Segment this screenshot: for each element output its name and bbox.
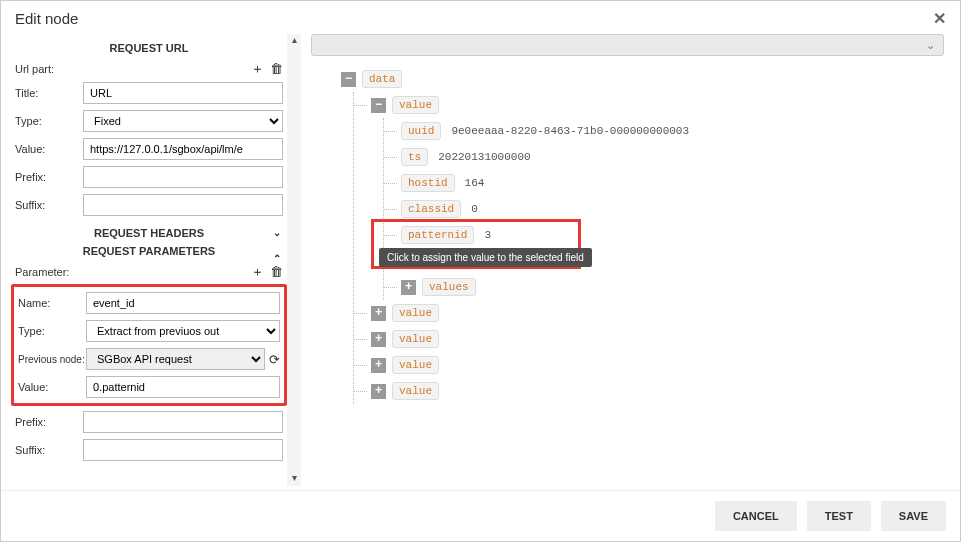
tooltip-assign-value: Click to assign the value to the selecte…: [379, 248, 592, 267]
tree-key-classid: classid: [401, 200, 461, 218]
row-param-prefix: Prefix:: [11, 408, 287, 436]
label-value: Value:: [15, 143, 83, 155]
delete-parameter-icon[interactable]: 🗑: [270, 265, 283, 278]
left-column: REQUEST URL Url part: ＋ 🗑 Title: Type: F…: [11, 34, 301, 486]
row-suffix: Suffix:: [11, 191, 287, 219]
chevron-up-icon: ⌃: [273, 253, 281, 264]
url-part-label: Url part:: [15, 63, 245, 75]
select-type[interactable]: Fixed: [83, 110, 283, 132]
tree-key-value-1[interactable]: value: [392, 304, 439, 322]
delete-url-part-icon[interactable]: 🗑: [270, 62, 283, 75]
modal-header: Edit node ✕: [1, 1, 960, 34]
toggle-value-1[interactable]: +: [371, 306, 386, 321]
url-part-toolbar: Url part: ＋ 🗑: [11, 60, 287, 79]
label-param-suffix: Suffix:: [15, 444, 83, 456]
row-prev-node: Previous node: SGBox API request ⟳: [14, 345, 284, 373]
label-prev-node: Previous node:: [18, 354, 86, 365]
tree-key-data[interactable]: data: [362, 70, 402, 88]
modal-title: Edit node: [15, 10, 78, 27]
left-scrollbar[interactable]: ▴ ▾: [287, 34, 301, 486]
highlighted-parameter-block: Name: Type: Extract from previuos out Pr…: [11, 284, 287, 406]
select-param-type[interactable]: Extract from previuos out: [86, 320, 280, 342]
label-prefix: Prefix:: [15, 171, 83, 183]
tree-row-patternid[interactable]: patternid 3: [401, 222, 944, 248]
tree-key-uuid: uuid: [401, 122, 441, 140]
input-param-value[interactable]: [86, 376, 280, 398]
row-param-type: Type: Extract from previuos out: [14, 317, 284, 345]
row-param-suffix: Suffix:: [11, 436, 287, 464]
close-icon[interactable]: ✕: [933, 9, 946, 28]
label-suffix: Suffix:: [15, 199, 83, 211]
label-type: Type:: [15, 115, 83, 127]
row-title: Title:: [11, 79, 287, 107]
section-request-headers[interactable]: REQUEST HEADERS ⌄: [11, 219, 287, 245]
tree-key-value-2[interactable]: value: [392, 330, 439, 348]
add-url-part-icon[interactable]: ＋: [251, 62, 264, 75]
tree-val-hostid: 164: [465, 177, 485, 189]
modal-footer: CANCEL TEST SAVE: [1, 490, 960, 541]
label-param-value: Value:: [18, 381, 86, 393]
row-value: Value:: [11, 135, 287, 163]
label-param-name: Name:: [18, 297, 86, 309]
section-request-parameters-label: REQUEST PARAMETERS: [83, 245, 215, 257]
row-type: Type: Fixed: [11, 107, 287, 135]
tree-row-ts[interactable]: ts 20220131000000: [401, 144, 944, 170]
tree-key-ts: ts: [401, 148, 428, 166]
cancel-button[interactable]: CANCEL: [715, 501, 797, 531]
tree-row-uuid[interactable]: uuid 9e0eeaaa-8220-8463-71b0-00000000000…: [401, 118, 944, 144]
tree-row-hostid[interactable]: hostid 164: [401, 170, 944, 196]
toggle-value-2[interactable]: +: [371, 332, 386, 347]
toggle-value-4[interactable]: +: [371, 384, 386, 399]
toggle-data[interactable]: −: [341, 72, 356, 87]
tree-row-classid[interactable]: classid 0: [401, 196, 944, 222]
refresh-icon[interactable]: ⟳: [269, 352, 280, 367]
scroll-up-icon[interactable]: ▴: [287, 34, 301, 48]
label-param-type: Type:: [18, 325, 86, 337]
input-suffix[interactable]: [83, 194, 283, 216]
select-prev-node[interactable]: SGBox API request: [86, 348, 265, 370]
row-prefix: Prefix:: [11, 163, 287, 191]
tree-key-value[interactable]: value: [392, 96, 439, 114]
toggle-value-0[interactable]: −: [371, 98, 386, 113]
section-request-headers-label: REQUEST HEADERS: [94, 227, 204, 239]
row-param-name: Name:: [14, 289, 284, 317]
toggle-value-3[interactable]: +: [371, 358, 386, 373]
section-request-url: REQUEST URL: [11, 34, 287, 60]
input-param-suffix[interactable]: [83, 439, 283, 461]
row-param-value: Value:: [14, 373, 284, 401]
save-button[interactable]: SAVE: [881, 501, 946, 531]
parameter-label: Parameter:: [15, 266, 245, 278]
tree-key-hostid: hostid: [401, 174, 455, 192]
input-title[interactable]: [83, 82, 283, 104]
scroll-down-icon[interactable]: ▾: [287, 472, 301, 486]
toggle-values[interactable]: +: [401, 280, 416, 295]
edit-node-modal: Edit node ✕ REQUEST URL Url part: ＋ 🗑 Ti…: [0, 0, 961, 542]
input-prefix[interactable]: [83, 166, 283, 188]
tree-key-value-4[interactable]: value: [392, 382, 439, 400]
label-param-prefix: Prefix:: [15, 416, 83, 428]
section-request-parameters[interactable]: REQUEST PARAMETERS ⌃: [11, 245, 287, 263]
parameter-toolbar: Parameter: ＋ 🗑: [11, 263, 287, 282]
label-title: Title:: [15, 87, 83, 99]
response-selector[interactable]: ⌄: [311, 34, 944, 56]
input-value[interactable]: [83, 138, 283, 160]
add-parameter-icon[interactable]: ＋: [251, 265, 264, 278]
input-param-prefix[interactable]: [83, 411, 283, 433]
input-param-name[interactable]: [86, 292, 280, 314]
tree-val-classid: 0: [471, 203, 478, 215]
chevron-down-icon: ⌄: [273, 227, 281, 238]
tree-val-patternid: 3: [484, 229, 491, 241]
test-button[interactable]: TEST: [807, 501, 871, 531]
tree-key-value-3[interactable]: value: [392, 356, 439, 374]
json-tree: − data − value uuid 9e0eeaaa-8220-8463-7…: [311, 56, 944, 404]
tree-key-values[interactable]: values: [422, 278, 476, 296]
tree-key-patternid: patternid: [401, 226, 474, 244]
tree-val-ts: 20220131000000: [438, 151, 530, 163]
tree-val-uuid: 9e0eeaaa-8220-8463-71b0-000000000003: [451, 125, 689, 137]
